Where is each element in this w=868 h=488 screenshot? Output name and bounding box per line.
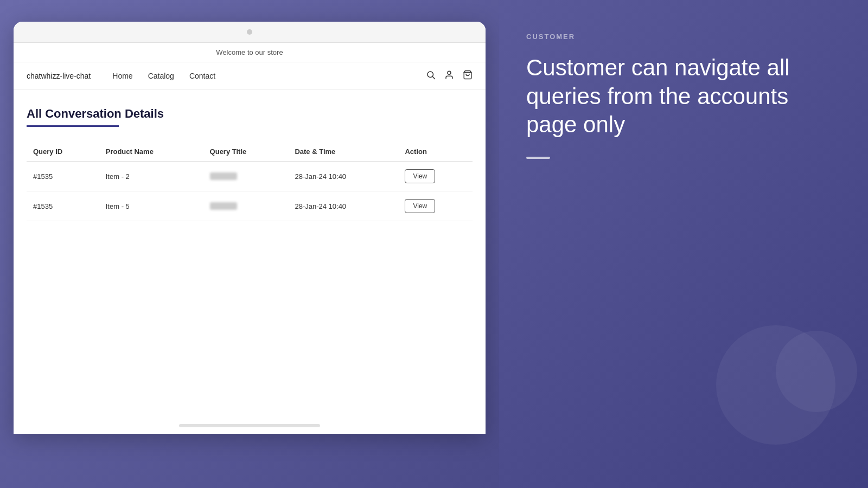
svg-point-2 [448, 71, 451, 74]
accent-line [526, 157, 550, 159]
table-row: #1535 Item - 2 28-Jan-24 10:40 View [27, 162, 473, 191]
cell-product-1: Item - 2 [99, 162, 203, 191]
cell-product-2: Item - 5 [99, 191, 203, 221]
customer-label: CUSTOMER [526, 33, 841, 41]
svg-line-1 [433, 77, 435, 79]
col-action: Action [398, 142, 473, 162]
store-brand[interactable]: chatwhizz-live-chat [27, 72, 91, 80]
cell-datetime-2: 28-Jan-24 10:40 [288, 191, 398, 221]
page-title: All Conversation Details [27, 107, 473, 121]
title-underline [27, 125, 119, 127]
conversation-table: Query ID Product Name Query Title Date &… [27, 142, 473, 221]
nav-links: Home Catalog Contact [112, 72, 426, 80]
blurred-title-1 [210, 172, 237, 180]
view-button-1[interactable]: View [405, 169, 435, 183]
cell-datetime-1: 28-Jan-24 10:40 [288, 162, 398, 191]
blurred-title-2 [210, 202, 237, 210]
nav-icons [426, 70, 473, 81]
nav-link-contact[interactable]: Contact [189, 72, 215, 80]
account-icon[interactable] [444, 70, 454, 81]
cart-icon[interactable] [463, 70, 473, 81]
view-button-2[interactable]: View [405, 199, 435, 213]
cell-action-2: View [398, 191, 473, 221]
cell-action-1: View [398, 162, 473, 191]
cell-query-id-2: #1535 [27, 191, 99, 221]
browser-dot [247, 29, 252, 35]
nav-link-home[interactable]: Home [112, 72, 132, 80]
store-banner: Welcome to our store [14, 43, 486, 62]
col-product-name: Product Name [99, 142, 203, 162]
table-header: Query ID Product Name Query Title Date &… [27, 142, 473, 162]
table-row: #1535 Item - 5 28-Jan-24 10:40 View [27, 191, 473, 221]
customer-heading: Customer can navigate all queries from t… [526, 54, 841, 139]
store-nav: chatwhizz-live-chat Home Catalog Contact [14, 62, 486, 89]
search-icon[interactable] [426, 70, 436, 81]
col-date-time: Date & Time [288, 142, 398, 162]
col-query-title: Query Title [203, 142, 289, 162]
cell-query-title-1 [203, 162, 289, 191]
right-panel: CUSTOMER Customer can navigate all queri… [499, 0, 868, 488]
table-body: #1535 Item - 2 28-Jan-24 10:40 View #153… [27, 162, 473, 221]
browser-panel: Welcome to our store chatwhizz-live-chat… [0, 0, 499, 488]
scroll-bar [179, 424, 320, 427]
store-content: All Conversation Details Query ID Produc… [14, 89, 486, 239]
svg-point-0 [427, 72, 433, 78]
browser-chrome [14, 22, 486, 43]
cell-query-title-2 [203, 191, 289, 221]
cell-query-id-1: #1535 [27, 162, 99, 191]
col-query-id: Query ID [27, 142, 99, 162]
banner-text: Welcome to our store [216, 48, 283, 56]
nav-link-catalog[interactable]: Catalog [148, 72, 174, 80]
browser-window: Welcome to our store chatwhizz-live-chat… [14, 22, 486, 434]
